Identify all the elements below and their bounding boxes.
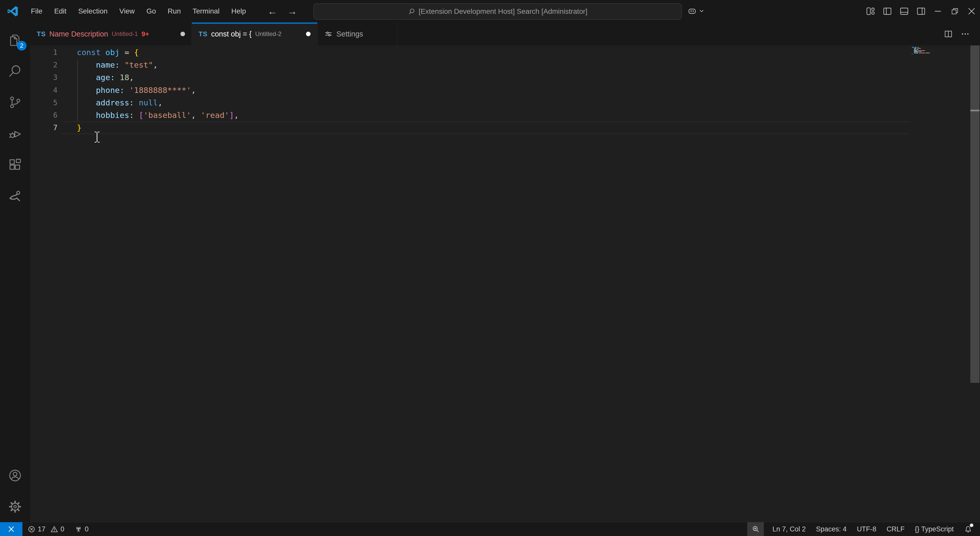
- menu-run[interactable]: Run: [162, 3, 186, 19]
- menu-edit[interactable]: Edit: [48, 3, 72, 19]
- code-content: 1const obj = {2 name: "test",3 age: 18,4…: [30, 46, 239, 134]
- activity-item-search[interactable]: [0, 56, 30, 87]
- minimap-line-fragment: [917, 48, 920, 49]
- menu-go[interactable]: Go: [141, 3, 162, 19]
- minimap-line-fragment: [918, 50, 924, 51]
- code-line-3[interactable]: 3 age: 18,: [30, 71, 239, 84]
- toggle-sidebar-button[interactable]: [879, 0, 896, 22]
- typescript-file-icon: TS: [37, 30, 46, 38]
- activity-item-run-debug[interactable]: [0, 118, 30, 149]
- vscode-window: FileEditSelectionViewGoRunTerminalHelp ←…: [0, 0, 980, 536]
- minimap[interactable]: [910, 45, 970, 148]
- menu-selection[interactable]: Selection: [72, 3, 113, 19]
- tab-untitled-2[interactable]: TSconst obj = {Untitled-2: [192, 22, 318, 45]
- toggle-panel-button[interactable]: [896, 0, 913, 22]
- code-line-7[interactable]: 7}: [30, 121, 239, 134]
- code-line-4[interactable]: 4 phone: '1888888****',: [30, 84, 239, 97]
- line-number[interactable]: 6: [30, 109, 57, 121]
- line-text: const obj = {: [77, 46, 139, 59]
- line-text: hobbies: ['baseball', 'read'],: [77, 109, 239, 121]
- activity-item-settings-gear[interactable]: [0, 491, 30, 522]
- notifications-bell[interactable]: [959, 522, 977, 536]
- ellipsis-button[interactable]: [961, 29, 970, 38]
- line-number[interactable]: 5: [30, 97, 57, 109]
- minimize-button[interactable]: [929, 0, 946, 22]
- code-line-6[interactable]: 6 hobbies: ['baseball', 'read'],: [30, 109, 239, 121]
- minimap-line-fragment: [917, 47, 918, 48]
- mouse-ibeam-cursor: [93, 131, 101, 143]
- minimap-line-fragment: [924, 50, 925, 51]
- minimap-line-fragment: [925, 52, 928, 53]
- tab-settings[interactable]: Settings: [318, 22, 397, 45]
- line-text: address: null,: [77, 97, 162, 109]
- activity-item-extensions[interactable]: [0, 149, 30, 180]
- minimap-line-fragment: [912, 47, 915, 48]
- editor-tab-bar: TSName DescriptionUntitled-19+TSconst ob…: [30, 22, 980, 45]
- problems-status[interactable]: 170: [22, 522, 69, 536]
- menu-help[interactable]: Help: [225, 3, 252, 19]
- line-number[interactable]: 3: [30, 71, 57, 84]
- navigate-forward-button[interactable]: →: [287, 6, 297, 17]
- code-line-2[interactable]: 2 name: "test",: [30, 59, 239, 71]
- line-text: name: "test",: [77, 59, 158, 71]
- tab-label: Name Description: [49, 30, 108, 38]
- vscode-logo-icon: [7, 6, 18, 17]
- ports-icon: [75, 525, 83, 533]
- line-number[interactable]: 4: [30, 84, 57, 97]
- scrollbar-slider[interactable]: [970, 45, 980, 383]
- tab-error-count-badge: 9+: [142, 30, 149, 38]
- settings-sliders-icon: [324, 30, 333, 38]
- custom-extension-icon: [8, 189, 22, 203]
- line-number[interactable]: 2: [30, 59, 57, 71]
- status-text: {} TypeScript: [915, 525, 954, 533]
- navigate-back-button[interactable]: ←: [267, 6, 277, 17]
- warnings-icon: [50, 525, 58, 533]
- minimap-line-fragment: [921, 51, 921, 52]
- activity-item-source-control[interactable]: [0, 87, 30, 118]
- menu-file[interactable]: File: [25, 3, 48, 19]
- indentation[interactable]: Spaces: 4: [811, 522, 852, 536]
- tab-modified-dot[interactable]: [180, 32, 185, 36]
- source-control-icon: [8, 95, 22, 110]
- line-number[interactable]: 7: [30, 121, 57, 134]
- activity-item-files[interactable]: 2: [0, 24, 30, 56]
- tab-label: const obj = {: [211, 30, 251, 38]
- ports-status[interactable]: 0: [69, 522, 94, 536]
- line-number[interactable]: 1: [30, 46, 57, 59]
- extensions-icon: [8, 157, 22, 172]
- line-text: }: [77, 121, 82, 134]
- encoding[interactable]: UTF-8: [852, 522, 881, 536]
- command-center-search[interactable]: [Extension Development Host] Search [Adm…: [313, 3, 682, 20]
- menu-view[interactable]: View: [114, 3, 141, 19]
- tab-untitled-1[interactable]: TSName DescriptionUntitled-19+: [30, 22, 192, 45]
- editor-scrollbar[interactable]: [970, 45, 980, 522]
- line-text: age: 18,: [77, 71, 134, 84]
- editor-actions: [944, 22, 980, 45]
- customize-layout-button[interactable]: [862, 0, 879, 22]
- activity-item-custom-extension[interactable]: [0, 180, 30, 212]
- remote-indicator[interactable]: [0, 522, 22, 536]
- code-line-1[interactable]: 1const obj = {: [30, 46, 239, 59]
- eol[interactable]: CRLF: [881, 522, 910, 536]
- cursor-position[interactable]: Ln 7, Col 2: [767, 522, 811, 536]
- code-editor[interactable]: 1const obj = {2 name: "test",3 age: 18,4…: [30, 45, 980, 522]
- toggle-secondary-sidebar-button[interactable]: [913, 0, 929, 22]
- status-text: Spaces: 4: [816, 525, 846, 533]
- close-button[interactable]: [963, 0, 980, 22]
- menu-bar: FileEditSelectionViewGoRunTerminalHelp: [25, 3, 252, 19]
- zoom-status-item[interactable]: [747, 522, 764, 536]
- activity-item-account[interactable]: [0, 460, 30, 491]
- copilot-icon: [687, 6, 697, 16]
- restore-button[interactable]: [946, 0, 963, 22]
- status-text: UTF-8: [857, 525, 877, 533]
- split-editor-button[interactable]: [944, 29, 953, 38]
- language-mode[interactable]: {} TypeScript: [910, 522, 959, 536]
- copilot-menu-button[interactable]: [687, 3, 705, 18]
- status-bar: 170 0 Ln 7, Col 2Spaces: 4UTF-8CRLF{} Ty…: [0, 522, 980, 536]
- minimap-line-fragment: [914, 48, 916, 49]
- code-line-5[interactable]: 5 address: null,: [30, 97, 239, 109]
- tab-modified-dot[interactable]: [306, 32, 310, 36]
- minimap-line-fragment: [924, 52, 925, 53]
- menu-terminal[interactable]: Terminal: [186, 3, 225, 19]
- minimap-line-fragment: [918, 49, 918, 50]
